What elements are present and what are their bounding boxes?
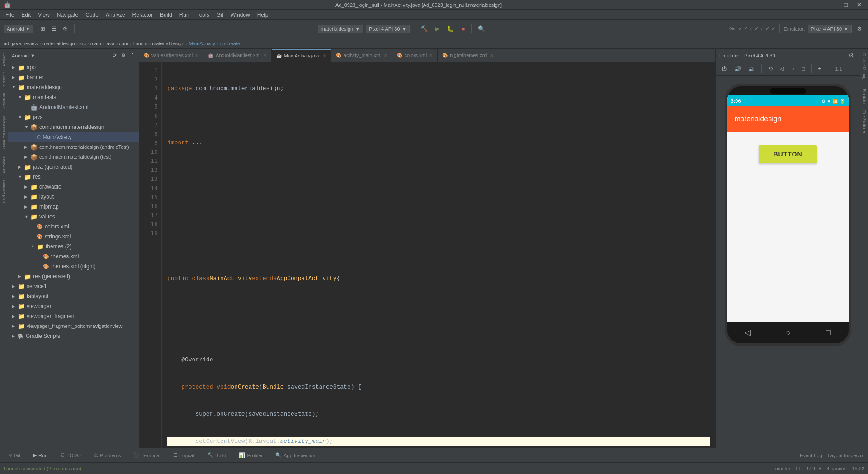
- layout-inspector-link[interactable]: Layout Inspector: [828, 453, 864, 458]
- bottom-tab-run[interactable]: ▶ Run: [28, 450, 53, 460]
- android-selector[interactable]: Android ▼: [4, 25, 33, 33]
- sidebar-item-gradle-scripts[interactable]: ▶ 🐘 Gradle Scripts: [8, 331, 139, 341]
- bc-2[interactable]: src: [79, 41, 86, 46]
- bottom-tab-logcat[interactable]: ☰ Logcat: [168, 450, 200, 460]
- sidebar-item-manifests[interactable]: ▼ 📁 manifests: [8, 92, 139, 102]
- sidebar-item-banner[interactable]: ▶ 📁 banner: [8, 72, 139, 82]
- sidebar-item-package-main[interactable]: ▼ 📦 com.hnucm.materialdesign: [8, 122, 139, 132]
- sidebar-menu-icon[interactable]: ⋮: [130, 52, 135, 58]
- menu-analyze[interactable]: Analyze: [102, 11, 129, 19]
- tab-activity-main[interactable]: 🎨 activity_main.xml ✕: [331, 49, 392, 62]
- tab-mainactivity[interactable]: ☕ MainActivity.java ✕: [272, 49, 331, 62]
- phone-recents-btn[interactable]: □: [826, 328, 831, 337]
- minimize-button[interactable]: —: [826, 0, 838, 9]
- sidebar-item-viewpager-fragment[interactable]: ▶ 📁 viewpager_fragment: [8, 311, 139, 321]
- encoding-label[interactable]: UTF-8: [807, 466, 821, 471]
- favorites-icon[interactable]: Favorites: [1, 154, 7, 176]
- menu-run[interactable]: Run: [176, 11, 193, 19]
- sidebar-item-viewpager-fragment-bottom[interactable]: ▶ 📁 viewpager_fragment_bottomnavigationv…: [8, 321, 139, 331]
- device-selector[interactable]: materialdesign ▼: [318, 25, 363, 33]
- bottom-tab-profiler[interactable]: 📊 Profiler: [233, 450, 268, 460]
- menu-edit[interactable]: Edit: [18, 11, 34, 19]
- device-manager-icon[interactable]: Device Manager: [861, 51, 868, 86]
- vol-up-btn[interactable]: 🔊: [732, 64, 743, 73]
- sidebar-item-androidmanifest[interactable]: 🤖 AndroidManifest.xml: [8, 102, 139, 112]
- code-content[interactable]: package com.hnucm.materialdesign; import…: [162, 62, 715, 448]
- event-log-link[interactable]: Event Log: [800, 453, 822, 458]
- git-branch[interactable]: master: [775, 466, 791, 471]
- bc-8[interactable]: MainActivity: [189, 41, 215, 46]
- menu-refactor[interactable]: Refactor: [129, 11, 156, 19]
- project-panel-icon[interactable]: Project: [1, 51, 7, 69]
- bottom-tab-terminal[interactable]: ⬛ Terminal: [128, 450, 166, 460]
- sidebar-item-package-androidtest[interactable]: ▶ 📦 com.hnucm.materialdesign (androidTes…: [8, 142, 139, 152]
- resource-manager-icon[interactable]: Resource Manager: [1, 113, 7, 153]
- emulator-selector[interactable]: Pixel 4 API 30 ▼: [808, 25, 852, 33]
- code-editor[interactable]: 1 2 3 4 5 6 7 8 9 10 11 12 13 14: [139, 62, 715, 448]
- power-btn[interactable]: ⏻: [719, 64, 729, 73]
- menu-build[interactable]: Build: [156, 11, 176, 19]
- sidebar-item-themes-xml-night[interactable]: 🎨 themes.xml (night): [8, 261, 139, 271]
- sidebar-item-package-test[interactable]: ▶ 📦 com.hnucm.materialdesign (test): [8, 152, 139, 162]
- menu-file[interactable]: File: [2, 11, 18, 19]
- menu-code[interactable]: Code: [82, 11, 102, 19]
- menu-tools[interactable]: Tools: [193, 11, 213, 19]
- vol-down-btn[interactable]: 🔉: [746, 64, 757, 73]
- line-ending[interactable]: LF: [796, 466, 802, 471]
- sidebar-item-themes-xml[interactable]: 🎨 themes.xml: [8, 251, 139, 261]
- bc-9[interactable]: onCreate: [220, 41, 240, 46]
- bc-6[interactable]: hnucm: [133, 41, 148, 46]
- sidebar-settings-icon[interactable]: ⚙: [121, 52, 126, 58]
- sync-icon[interactable]: ⟳: [113, 52, 117, 58]
- debug-button[interactable]: 🐛: [444, 24, 456, 33]
- bottom-tab-todo[interactable]: ☑ TODO: [55, 450, 86, 460]
- sidebar-item-res-generated[interactable]: ▶ 📁 res (generated): [8, 271, 139, 281]
- menu-help[interactable]: Help: [254, 11, 272, 19]
- sidebar-item-mainactivity[interactable]: C MainActivity: [8, 132, 139, 142]
- close-button[interactable]: ✕: [854, 0, 864, 9]
- sidebar-item-themes-folder[interactable]: ▼ 📁 themes (2): [8, 242, 139, 251]
- sidebar-item-strings[interactable]: 🎨 strings.xml: [8, 232, 139, 242]
- sidebar-item-res[interactable]: ▼ 📁 res: [8, 172, 139, 182]
- sidebar-item-app[interactable]: ▶ 📁 app: [8, 62, 139, 72]
- tab-night-themes[interactable]: 🎨 night\themes.xml ✕: [438, 49, 498, 62]
- stop-button[interactable]: ■: [459, 24, 467, 33]
- home-btn[interactable]: ○: [789, 64, 797, 73]
- sidebar-item-values[interactable]: ▼ 📁 values: [8, 212, 139, 222]
- maximize-button[interactable]: □: [841, 0, 850, 9]
- tab-colors[interactable]: 🎨 colors.xml ✕: [392, 49, 438, 62]
- phone-back-btn[interactable]: ◁: [745, 327, 751, 337]
- recents-btn[interactable]: □: [799, 64, 807, 73]
- structure-panel-icon[interactable]: Structure: [1, 90, 7, 112]
- phone-home-btn[interactable]: ○: [786, 328, 791, 337]
- bottom-tab-app-inspection[interactable]: 🔍 App Inspection: [270, 450, 322, 460]
- make-project-button[interactable]: 🔨: [418, 24, 430, 33]
- bc-5[interactable]: com: [119, 41, 128, 46]
- toolbar-project-view[interactable]: ⊞: [38, 24, 47, 33]
- bc-7[interactable]: materialdesign: [152, 41, 184, 46]
- bottom-tab-build[interactable]: 🔨 Build: [202, 450, 231, 460]
- bc-0[interactable]: ad_java_review: [4, 41, 38, 46]
- api-selector[interactable]: Pixel 4 API 30 ▼: [366, 25, 410, 33]
- sidebar-item-tablayout[interactable]: ▶ 📁 tablayout: [8, 291, 139, 301]
- tab-themes-xml[interactable]: 🎨 values\themes.xml ✕: [139, 49, 203, 62]
- emulator-settings[interactable]: ⚙: [854, 24, 864, 33]
- sidebar-item-java-generated[interactable]: ▶ 📁 java (generated): [8, 162, 139, 172]
- back-btn[interactable]: ◁: [778, 64, 786, 73]
- zoom-in-btn[interactable]: +: [816, 64, 824, 73]
- zoom-out-btn[interactable]: -: [826, 64, 833, 73]
- sidebar-item-service1[interactable]: ▶ 📁 service1: [8, 281, 139, 291]
- menu-git[interactable]: Git: [213, 11, 227, 19]
- bc-4[interactable]: java: [105, 41, 114, 46]
- menu-window[interactable]: Window: [227, 11, 254, 19]
- commit-panel-icon[interactable]: Commit: [1, 70, 7, 89]
- menu-view[interactable]: View: [34, 11, 53, 19]
- indent-label[interactable]: 4 spaces: [826, 466, 846, 471]
- build-variants-icon[interactable]: Build Variants: [1, 177, 7, 207]
- sidebar-item-layout[interactable]: ▶ 📁 layout: [8, 192, 139, 202]
- bottom-tab-git[interactable]: ⑂ Git: [4, 451, 26, 460]
- sidebar-item-colors[interactable]: 🎨 colors.xml: [8, 222, 139, 232]
- rotate-btn[interactable]: ⟲: [766, 64, 775, 73]
- toolbar-list-view[interactable]: ☰: [49, 24, 59, 33]
- tab-androidmanifest[interactable]: 🤖 AndroidManifest.xml ✕: [203, 49, 272, 62]
